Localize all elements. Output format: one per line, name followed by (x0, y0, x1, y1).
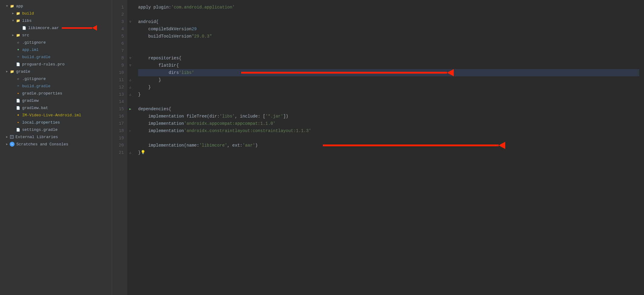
expand-icon-gradlewbat (11, 106, 15, 110)
token-4-1: compileSdkVersion (138, 26, 191, 32)
file-tree[interactable]: ▼ 📁 app ▶ 📁 build ▼ 📁 libs 📄 libimcore.a… (0, 0, 112, 295)
sidebar-item-gradlew[interactable]: 📄 gradlew (0, 97, 112, 104)
token-1-2: 'com.android.application' (171, 4, 235, 11)
sidebar-item-gradlewbat[interactable]: 📄 gradlew.bat (0, 104, 112, 111)
editor: 1 2 3 4 5 6 7 8 9 10 11 12 13 14 15 16 1… (112, 0, 644, 295)
sidebar-item-gitignore[interactable]: ⊘ .gitignore (0, 39, 112, 46)
fold-4 (127, 25, 133, 33)
file-icon-gradleprops: 🔸 (16, 91, 21, 96)
sidebar-item-label-src: src (22, 33, 29, 38)
fold-21: △ (127, 149, 133, 156)
sidebar-item-label-libs: libs (22, 18, 32, 23)
fold-9[interactable]: ▽ (127, 62, 133, 69)
token-10-1: dirs (138, 69, 179, 76)
sidebar-item-src[interactable]: ▶ 📁 src (0, 31, 112, 39)
file-icon-buildgradle2: ≈ (16, 84, 21, 88)
code-line-2 (138, 11, 639, 18)
expand-icon-libs: ▼ (11, 18, 15, 23)
fold-3[interactable]: ▽ (127, 18, 133, 25)
token-16-5: ]) (283, 113, 288, 120)
line-num-20: 20 (112, 142, 127, 149)
sidebar-item-label-scratches: Scratches and Consoles (16, 142, 68, 147)
sidebar-item-extlibs[interactable]: ▶ External Libraries (0, 133, 112, 141)
sidebar-item-app[interactable]: ▼ 📁 app (0, 2, 112, 10)
sidebar-item-gradleprops[interactable]: 🔸 gradle.properties (0, 90, 112, 97)
line-num-16: 16 (112, 113, 127, 120)
sidebar-item-buildgradle2[interactable]: ≈ build.gradle (0, 82, 112, 90)
code-line-5: buildToolsVersion "29.0.3" (138, 33, 639, 40)
sidebar-item-buildgradle[interactable]: ≈ build.gradle (0, 53, 112, 61)
sidebar-item-label-build: build (22, 11, 34, 16)
file-icon-buildgradle: ≈ (16, 55, 21, 59)
code-line-21: } 💡 (138, 149, 639, 156)
folder-icon-libs: 📁 (16, 18, 21, 23)
fold-gutter: ▽ ▽ ▽ △ △ △ ▶ ▷ △ (127, 0, 133, 295)
line-num-13: 13 (112, 91, 127, 98)
sidebar-item-libs[interactable]: ▼ 📁 libs (0, 17, 112, 24)
folder-icon-build: 📁 (16, 11, 21, 16)
fold-7 (127, 47, 133, 55)
code-content[interactable]: apply plugin: 'com.android.application' … (133, 0, 644, 295)
expand-icon-gradle-folder: ▶ (5, 69, 9, 74)
token-20-4: 'aar' (242, 142, 255, 149)
extlibs-icon (10, 135, 14, 139)
file-icon-libimcore: 📄 (22, 25, 27, 30)
sidebar-item-proguard[interactable]: 📄 proguard-rules.pro (0, 61, 112, 68)
expand-icon-localprops (11, 120, 15, 124)
sidebar-item-appiml[interactable]: ● app.iml (0, 46, 112, 53)
line-num-8: 8 (112, 55, 127, 62)
token-21-2: 💡 (141, 150, 145, 156)
sidebar-item-scratches[interactable]: ▶ ✎ Scratches and Consoles (0, 141, 112, 148)
token-12-2: } (148, 84, 151, 91)
expand-icon-extlibs: ▶ (5, 135, 9, 139)
expand-icon-gradlew (11, 98, 15, 103)
sidebar-item-settings[interactable]: 📄 settings.gradle (0, 126, 112, 133)
sidebar-item-gitignore2[interactable]: ⊘ .gitignore (0, 75, 112, 82)
sidebar-item-build[interactable]: ▶ 📁 build (0, 10, 112, 17)
token-8-2: { (179, 55, 181, 61)
code-line-6 (138, 40, 639, 47)
line-num-6: 6 (112, 40, 127, 47)
line-num-7: 7 (112, 47, 127, 55)
token-3-2: { (156, 18, 158, 25)
code-line-7 (138, 47, 639, 55)
line-num-18: 18 (112, 127, 127, 134)
sidebar-item-localprops[interactable]: 🔸 local.properties (0, 119, 112, 126)
code-line-15: dependencies { (138, 105, 639, 113)
file-icon-gradlewbat: 📄 (16, 105, 21, 110)
expand-icon-build: ▶ (11, 11, 15, 15)
expand-icon-settings (11, 128, 15, 132)
token-12-1 (138, 84, 148, 91)
expand-icon-proguard (11, 62, 15, 66)
token-20-3: , ext: (227, 142, 242, 149)
fold-15[interactable]: ▶ (127, 105, 133, 113)
code-line-16: implementation fileTree(dir: 'libs', inc… (138, 113, 639, 120)
sidebar-item-gradle-folder[interactable]: ▶ 📁 gradle (0, 68, 112, 75)
code-line-11: } (138, 76, 639, 84)
fold-8[interactable]: ▽ (127, 55, 133, 62)
token-15-1: dependencies (138, 106, 169, 112)
token-20-1: implementation(name: (138, 142, 199, 149)
line-num-12: 12 (112, 84, 127, 91)
code-area[interactable]: 1 2 3 4 5 6 7 8 9 10 11 12 13 14 15 16 1… (112, 0, 644, 295)
sidebar-item-label-proguard: proguard-rules.pro (22, 62, 65, 67)
fold-19 (127, 134, 133, 142)
fold-12: △ (127, 84, 133, 91)
sidebar-item-libimcore[interactable]: 📄 libimcore.aar (0, 24, 112, 31)
fold-2 (127, 11, 133, 18)
token-20-5: ) (255, 142, 258, 149)
fold-6 (127, 40, 133, 47)
file-icon-settings: 📄 (16, 127, 21, 132)
code-line-10: dirs 'libs' (138, 69, 639, 76)
code-line-14 (138, 98, 639, 105)
fold-13: △ (127, 91, 133, 98)
token-18-1: implementation (138, 128, 184, 134)
sidebar-item-imiml[interactable]: ● IM-Video-Live-Android.iml (0, 111, 112, 119)
code-line-17: implementation 'androidx.appcompat:appco… (138, 120, 639, 127)
file-icon-gitignore: ⊘ (16, 40, 21, 45)
token-15-2: { (169, 106, 171, 112)
line-num-4: 4 (112, 25, 127, 33)
token-3-1: android (138, 18, 156, 25)
token-9-1: flatDir (138, 62, 176, 69)
file-icon-appiml: ● (16, 47, 21, 52)
